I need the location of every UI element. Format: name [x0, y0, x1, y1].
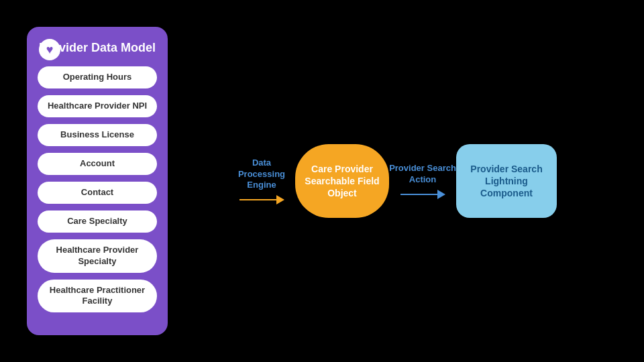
psa-group: Provider Search Action — [389, 163, 456, 199]
pill-care-specialty[interactable]: Care Specialty — [38, 210, 157, 233]
flow-diagram: Data Processing Engine Care Provider Sea… — [168, 13, 617, 349]
diagram-container: ♥ Provider Data Model Operating Hours He… — [0, 0, 644, 362]
psa-arrow-line — [400, 194, 437, 195]
pill-healthcare-practitioner-facility[interactable]: Healthcare Practitioner Facility — [38, 280, 157, 313]
dpe-arrow — [239, 195, 284, 204]
dpe-label: Data Processing Engine — [228, 158, 295, 192]
blue-rounded: Provider Search Lightning Component — [456, 144, 557, 218]
provider-panel: ♥ Provider Data Model Operating Hours He… — [27, 27, 168, 335]
dpe-arrow-line — [239, 199, 276, 200]
psa-label: Provider Search Action — [389, 163, 456, 186]
pill-business-license[interactable]: Business License — [38, 124, 157, 146]
orange-oval: Care Provider Searchable Field Object — [295, 144, 389, 218]
flow-wrapper: Data Processing Engine Care Provider Sea… — [228, 144, 557, 218]
heart-icon: ♥ — [46, 43, 54, 57]
psa-arrow — [400, 190, 445, 199]
heart-icon-wrapper: ♥ — [39, 39, 60, 60]
pill-healthcare-provider-specialty[interactable]: Healthcare Provider Specialty — [38, 239, 157, 273]
pill-healthcare-provider-npi[interactable]: Healthcare Provider NPI — [38, 95, 157, 117]
pill-operating-hours[interactable]: Operating Hours — [38, 66, 157, 88]
pill-contact[interactable]: Contact — [38, 182, 157, 204]
psa-arrowhead — [437, 190, 445, 199]
dpe-group: Data Processing Engine — [228, 158, 295, 205]
pill-account[interactable]: Account — [38, 153, 157, 175]
dpe-arrowhead — [276, 195, 284, 204]
